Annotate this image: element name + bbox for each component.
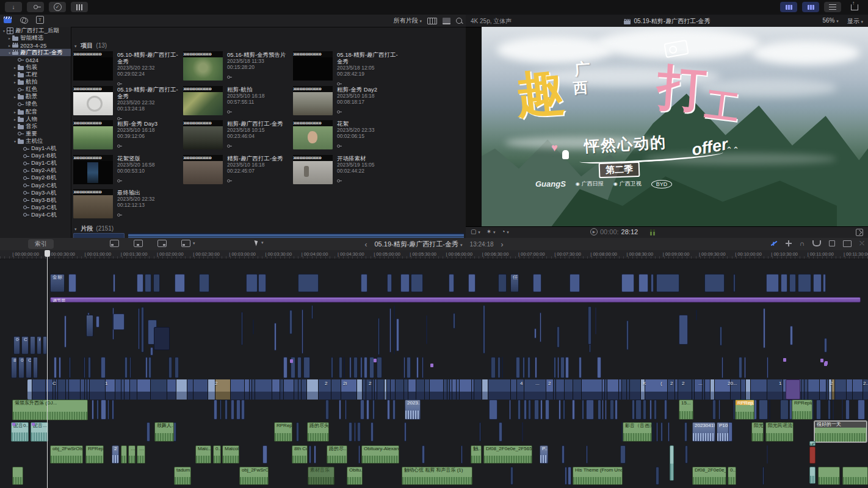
storyline-segment[interactable] <box>808 379 820 400</box>
browser-clip-card[interactable]: »»»»»»»»»05.16-精剪-金秀预告片2023/5/18 11:3300… <box>183 51 291 83</box>
disclosure-right-icon[interactable]: ▸ <box>12 110 18 114</box>
browser-clip-card[interactable]: »»»»»»»»»粗剪-趣广西打工-金秀2023/5/18 10:1500:23… <box>183 120 291 152</box>
sidebar-item-2023-4-25[interactable]: ▸2023-4-25 <box>0 41 71 49</box>
timeline-clip[interactable] <box>339 400 341 420</box>
audio-skimming-toggle-icon[interactable] <box>786 240 792 246</box>
storyline-segment[interactable] <box>302 379 307 400</box>
timeline-clip[interactable] <box>620 445 626 464</box>
storyline-segment[interactable] <box>430 379 444 400</box>
timeline-clip[interactable] <box>809 447 816 464</box>
timeline-clip[interactable] <box>145 274 151 292</box>
clip-thumbnail[interactable]: »»»»»»»»» <box>73 189 113 218</box>
sidebar-item-Day3-B机[interactable]: Day3-B机 <box>0 196 71 204</box>
clip-thumbnail[interactable]: »»»»»»»»» <box>73 120 113 149</box>
timeline-clip[interactable] <box>632 400 635 420</box>
storyline-segment[interactable] <box>396 379 404 400</box>
timeline-clip[interactable]: 紫禁东升西落 (DJ... <box>12 400 88 420</box>
timeline-clip[interactable] <box>733 274 736 292</box>
timeline-clip[interactable]: 触动心弦 粗剪 和声音乐 (1) <box>402 467 472 485</box>
disclosure-down-icon[interactable]: ▾ <box>7 51 12 55</box>
timeline-clip[interactable]: 8th Co... <box>292 445 308 464</box>
storyline-segment[interactable] <box>404 379 408 400</box>
timeline-clip[interactable] <box>107 400 109 420</box>
storyline-segment[interactable] <box>741 379 746 400</box>
storyline-segment[interactable] <box>482 379 488 400</box>
timeline-clip[interactable] <box>570 274 580 292</box>
audio-meters-button[interactable] <box>71 2 88 12</box>
secondary-display-icon[interactable] <box>843 240 852 247</box>
timeline-clip[interactable] <box>626 320 629 350</box>
disclosure-right-icon[interactable]: ▸ <box>12 73 18 77</box>
timeline-marker[interactable] <box>825 361 828 365</box>
timeline-clip[interactable] <box>565 357 569 378</box>
timeline-clip[interactable] <box>331 357 333 378</box>
index-button[interactable]: 索引 <box>28 239 54 249</box>
storyline-segment[interactable] <box>331 379 341 400</box>
timeline-clip[interactable]: C <box>21 336 29 354</box>
timeline-clip[interactable] <box>113 274 116 292</box>
storyline-segment[interactable] <box>607 379 619 400</box>
duration-slider-icon[interactable] <box>443 18 450 24</box>
clip-thumbnail[interactable]: »»»»»»»»» <box>293 155 333 184</box>
timeline-clip[interactable] <box>656 274 679 292</box>
storyline-segment[interactable] <box>565 379 573 400</box>
timeline-clip[interactable] <box>527 357 530 378</box>
disclosure-right-icon[interactable]: ▸ <box>12 95 18 99</box>
search-icon[interactable] <box>456 18 462 24</box>
storyline-segment[interactable] <box>820 379 826 400</box>
storyline-segment[interactable] <box>511 379 517 400</box>
browser-clip-card[interactable]: »»»»»»»»»花絮竖版2023/5/20 16:5800:00:53:10 <box>73 155 181 187</box>
timeline-clip[interactable]: C <box>809 441 816 446</box>
timeline-clip[interactable]: RPRepl... <box>85 445 104 464</box>
timeline-marker[interactable] <box>290 359 293 363</box>
sidebar-item-音乐[interactable]: ▸音乐 <box>0 123 71 130</box>
view-menu-dropdown[interactable]: 显示 ▾ <box>847 17 863 26</box>
timeline-clip[interactable] <box>559 400 561 420</box>
timeline-clip[interactable] <box>557 326 560 348</box>
timeline-clip[interactable] <box>339 357 342 378</box>
timeline-clip[interactable] <box>344 357 345 378</box>
timeline-clip[interactable] <box>141 307 144 353</box>
timeline-clip[interactable] <box>360 357 363 378</box>
timeline-clip[interactable] <box>175 274 185 292</box>
timeline-clip[interactable] <box>497 357 501 378</box>
timeline-clip[interactable] <box>597 357 601 378</box>
storyline-segment[interactable] <box>488 379 511 400</box>
skimming-toggle-icon[interactable] <box>771 241 778 246</box>
timeline-clip[interactable] <box>615 400 618 420</box>
timeline-clip[interactable] <box>598 400 601 420</box>
clip-thumbnail[interactable]: »»»»»»»»» <box>183 155 223 184</box>
playhead[interactable] <box>47 250 48 488</box>
browser-clip-card[interactable]: »»»»»»»»»粗剪-航拍2023/5/10 16:1800:57:55:11 <box>183 86 291 118</box>
timeline-clip[interactable] <box>823 274 826 292</box>
timeline-clip[interactable] <box>621 274 634 292</box>
timeline-clip[interactable] <box>528 400 530 420</box>
timeline-clip[interactable] <box>283 357 288 378</box>
timeline-clip[interactable] <box>510 467 513 485</box>
storyline-segment[interactable] <box>58 379 66 400</box>
storyline-segment[interactable] <box>151 379 167 400</box>
timeline-clip[interactable] <box>387 274 392 292</box>
timeline-clip[interactable] <box>684 422 688 442</box>
timeline-clip[interactable] <box>759 400 768 420</box>
connect-edit-icon[interactable] <box>110 240 119 247</box>
timeline-marker[interactable] <box>430 364 433 367</box>
toggle-browser-button[interactable] <box>780 2 797 12</box>
timeline-clip[interactable]: 素材音乐 <box>308 467 335 485</box>
storyline-segment[interactable] <box>751 379 767 400</box>
timeline-clip[interactable] <box>668 422 669 442</box>
timeline-clip[interactable] <box>403 357 405 378</box>
sidebar-item-工程[interactable]: ▸工程 <box>0 71 71 79</box>
storyline-segment[interactable] <box>460 379 472 400</box>
previous-project-button[interactable]: ‹ <box>364 240 367 249</box>
timeline-clip[interactable] <box>502 357 504 378</box>
timeline-clip[interactable] <box>649 400 652 420</box>
timeline-clip[interactable] <box>643 400 646 420</box>
sidebar-item-趣广西打工_后期[interactable]: ▾趣广西打工_后期 <box>0 27 71 34</box>
timeline-clip[interactable] <box>858 400 865 420</box>
storyline-segment[interactable] <box>176 379 187 400</box>
timeline-clip[interactable] <box>572 400 575 420</box>
timeline-clip[interactable] <box>638 274 648 292</box>
timeline-clip[interactable]: C <box>26 357 32 378</box>
timeline-clip[interactable] <box>557 357 559 378</box>
